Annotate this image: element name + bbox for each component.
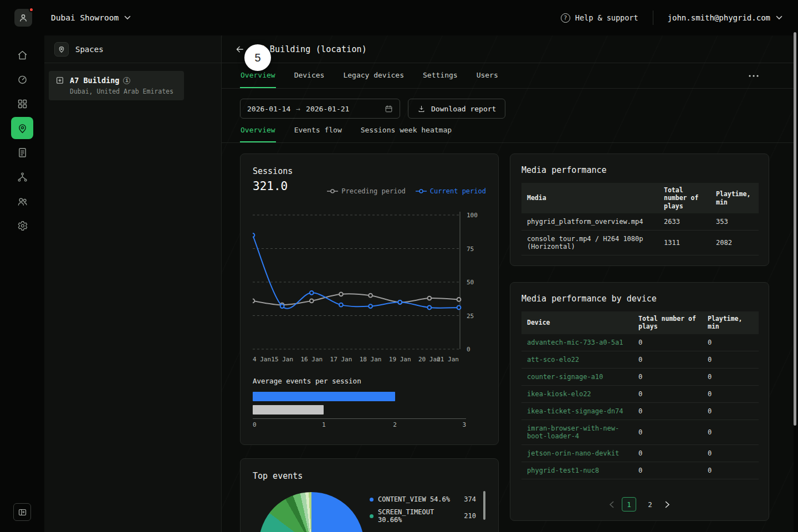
bar-tick-label: 3 xyxy=(462,421,466,428)
filter-row: 2026-01-14 → 2026-01-21 Download report xyxy=(240,99,794,119)
column-header: Total number of plays xyxy=(658,183,710,213)
device-link[interactable]: ikea-ticket-signage-dn74 xyxy=(521,402,633,420)
next-page-button[interactable] xyxy=(664,500,671,509)
nav-rail xyxy=(0,35,44,532)
table-cell: phygrid_platform_overview.mp4 xyxy=(521,213,658,231)
device-link[interactable]: att-sco-elo22 xyxy=(521,351,633,368)
nav-home[interactable] xyxy=(11,44,33,66)
more-menu-button[interactable] xyxy=(745,63,763,88)
x-axis-label: 18 Jan xyxy=(360,356,382,363)
tab-devices[interactable]: Devices xyxy=(294,63,325,88)
x-axis-label: 16 Jan xyxy=(300,356,323,363)
spaces-sidebar: Spaces A7 Building i Dubai, United Arab … xyxy=(44,35,222,532)
nav-reports[interactable] xyxy=(11,141,33,163)
nav-dashboard[interactable] xyxy=(11,68,33,90)
help-label: Help & support xyxy=(575,13,638,22)
subtab-events-flow[interactable]: Events flow xyxy=(294,119,342,142)
table-cell: 0 xyxy=(702,444,759,462)
table-row: jetson-orin-nano-devkit00 xyxy=(521,444,759,462)
sessions-legend: Preceding periodCurrent period xyxy=(327,187,486,195)
table-cell: 0 xyxy=(633,385,702,402)
device-link[interactable]: counter-signage-a10 xyxy=(521,368,633,385)
tab-users[interactable]: Users xyxy=(476,63,499,88)
table-cell: 2633 xyxy=(658,213,710,231)
sessions-line-chart: 0255075100 xyxy=(253,209,487,355)
legend-item: Preceding period xyxy=(327,187,406,195)
info-icon[interactable]: i xyxy=(123,77,130,84)
chevron-down-icon xyxy=(776,16,782,20)
table-cell: 0 xyxy=(702,334,759,351)
workspace-name: Dubai Showroom xyxy=(51,13,119,22)
column-header: Total number of plays xyxy=(633,311,702,334)
media-by-device-title: Media performance by device xyxy=(521,294,758,304)
topbar-divider xyxy=(653,11,653,25)
page-2[interactable]: 2 xyxy=(643,497,657,511)
users-icon xyxy=(17,196,28,207)
table-header-row: MediaTotal number of playsPlaytime, min xyxy=(521,183,759,213)
tab-legacy-devices[interactable]: Legacy devices xyxy=(342,63,405,88)
hierarchy-icon xyxy=(17,171,28,183)
svg-text:25: 25 xyxy=(467,313,474,320)
column-header: Playtime, min xyxy=(710,183,759,213)
location-pin-icon xyxy=(17,122,28,134)
table-cell: 0 xyxy=(633,351,702,368)
date-from: 2026-01-14 xyxy=(247,105,290,113)
download-report-button[interactable]: Download report xyxy=(408,99,505,119)
table-cell: 1311 xyxy=(658,231,710,255)
user-avatar[interactable] xyxy=(14,9,32,27)
media-performance-card: Media performance MediaTotal number of p… xyxy=(510,154,769,266)
space-location: Dubai, United Arab Emirates xyxy=(70,88,173,95)
workspace-switcher[interactable]: Dubai Showroom xyxy=(48,13,134,23)
column-header: Device xyxy=(521,311,633,334)
table-cell: 0 xyxy=(702,368,759,385)
device-link[interactable]: imran-browser-with-new-boot-loader-4 xyxy=(521,420,633,444)
nav-apps[interactable] xyxy=(11,93,33,115)
pagination: 12 xyxy=(510,497,769,511)
bar-tick-label: 2 xyxy=(393,421,397,428)
space-item-a7-building[interactable]: A7 Building i Dubai, United Arab Emirate… xyxy=(49,71,184,100)
arrow-right-icon: → xyxy=(296,105,300,113)
speedometer-icon xyxy=(17,74,28,85)
svg-text:50: 50 xyxy=(467,279,474,286)
bar-axis-line xyxy=(253,418,466,419)
apps-grid-icon xyxy=(17,98,28,110)
nav-organization[interactable] xyxy=(11,166,33,188)
prev-page-button[interactable] xyxy=(608,500,615,509)
date-range-picker[interactable]: 2026-01-14 → 2026-01-21 xyxy=(240,99,400,119)
table-cell: 0 xyxy=(702,402,759,420)
nav-settings[interactable] xyxy=(11,214,33,237)
nav-locations[interactable] xyxy=(11,117,33,139)
table-cell: 0 xyxy=(633,462,702,479)
subtab-sessions-week-heatmap[interactable]: Sessions week heatmap xyxy=(360,119,452,142)
avg-events-bars xyxy=(253,392,466,415)
device-link[interactable]: ikea-kiosk-elo22 xyxy=(521,385,633,402)
bar-axis-ticks: 0123 xyxy=(253,421,466,430)
table-cell: 0 xyxy=(633,402,702,420)
collapse-panel-icon xyxy=(18,508,27,517)
download-label: Download report xyxy=(431,105,496,113)
table-header-row: DeviceTotal number of playsPlaytime, min xyxy=(521,311,759,334)
table-row: counter-signage-a1000 xyxy=(521,368,759,385)
subtab-overview[interactable]: Overview xyxy=(240,119,276,142)
device-link[interactable]: phygrid-test1-nuc8 xyxy=(521,462,633,479)
help-support-button[interactable]: ? Help & support xyxy=(557,13,642,23)
column-header: Media xyxy=(521,183,658,213)
notification-dot xyxy=(29,7,34,12)
svg-text:75: 75 xyxy=(467,245,474,253)
nav-users[interactable] xyxy=(11,190,33,212)
device-link[interactable]: jetson-orin-nano-devkit xyxy=(521,444,633,462)
page-scrollbar[interactable] xyxy=(794,32,796,426)
bar-tick-label: 0 xyxy=(253,421,257,428)
legend-scrollbar[interactable] xyxy=(483,491,485,520)
account-menu[interactable]: john.smith@phygrid.com xyxy=(664,13,786,23)
device-link[interactable]: advantech-mic-733-a0-5a1 xyxy=(521,334,633,351)
column-header: Playtime, min xyxy=(702,311,759,334)
tab-settings[interactable]: Settings xyxy=(422,63,458,88)
table-cell: console tour.mp4 / H264 1080p (Horizonta… xyxy=(521,231,658,255)
top-events-card: Top events CONTENT_VIEW 54.6%374SCREEN_T… xyxy=(240,458,499,532)
page-1[interactable]: 1 xyxy=(622,497,636,511)
sessions-title: Sessions xyxy=(253,166,486,176)
date-to: 2026-01-21 xyxy=(306,105,349,113)
collapse-sidebar-button[interactable] xyxy=(13,503,31,521)
table-cell: 0 xyxy=(633,334,702,351)
